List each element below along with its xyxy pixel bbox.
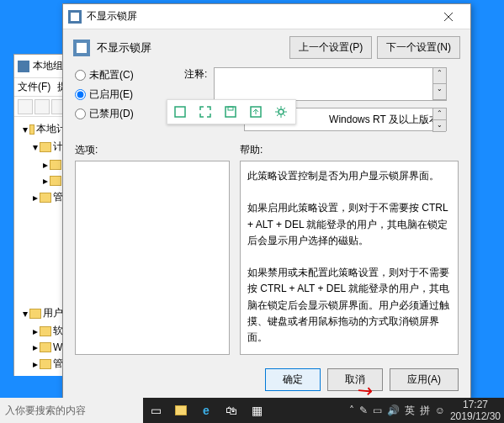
time: 17:27: [450, 399, 501, 410]
help-p2: 如果启用此策略设置，则对于不需要按 CTRL + ALT + DEL 就能登录的…: [247, 200, 451, 249]
radio-not-configured[interactable]: [75, 70, 86, 81]
dialog-title: 不显示锁屏: [87, 9, 427, 24]
gear-icon[interactable]: [268, 99, 294, 124]
radio-enabled-row[interactable]: 已启用(E): [63, 85, 172, 104]
app-icon[interactable]: ▦: [244, 398, 269, 423]
scroll-down-icon[interactable]: ⌄: [432, 84, 446, 100]
network-icon[interactable]: ▭: [373, 404, 382, 416]
screenshot-toolbar: [167, 99, 296, 124]
svg-rect-7: [225, 107, 236, 117]
platform-scrollbar[interactable]: ⌃ ⌄: [432, 108, 446, 132]
share-icon[interactable]: [243, 99, 268, 124]
close-icon[interactable]: [432, 5, 465, 29]
mmc-title-text: 本地组: [33, 59, 63, 73]
apply-button[interactable]: 应用(A): [390, 368, 459, 391]
dialog-app-icon: [68, 10, 82, 24]
dialog-footer: 确定 取消 应用(A): [63, 362, 470, 398]
svg-rect-5: [77, 43, 87, 53]
comment-scrollbar[interactable]: ⌃ ⌄: [432, 68, 446, 100]
svg-point-10: [279, 109, 284, 114]
task-view-icon[interactable]: ▭: [143, 398, 168, 423]
prev-setting-button[interactable]: 上一个设置(P): [289, 36, 372, 59]
svg-rect-6: [175, 107, 185, 117]
volume-icon[interactable]: 🔊: [387, 404, 400, 416]
save-icon[interactable]: [218, 99, 243, 124]
dialog-titlebar: 不显示锁屏: [63, 4, 470, 29]
pen-icon[interactable]: ✎: [359, 404, 368, 416]
comment-row: 注释: ⌃ ⌄: [172, 66, 459, 103]
taskbar: 入你要搜索的内容 ▭ e 🛍 ▦ ˄ ✎ ▭ 🔊 英 拼 ☺ 17:27 201…: [0, 398, 504, 423]
radio-disabled[interactable]: [75, 108, 86, 119]
radio-disabled-row[interactable]: 已禁用(D): [63, 104, 172, 124]
scroll-up-icon[interactable]: ⌃: [432, 108, 446, 120]
help-p3: 如果禁用或未配置此策略设置，则对于不需要按 CTRL + ALT + DEL 就…: [247, 265, 451, 346]
rect-icon[interactable]: [167, 99, 193, 124]
ime-face-icon[interactable]: ☺: [435, 404, 445, 416]
svg-rect-1: [71, 13, 79, 21]
cancel-button[interactable]: 取消: [327, 368, 383, 391]
edge-icon[interactable]: e: [194, 398, 219, 423]
ime-mode[interactable]: 拼: [420, 404, 430, 418]
ok-button[interactable]: 确定: [265, 368, 321, 391]
policy-name: 不显示锁屏: [97, 40, 151, 56]
search-placeholder: 入你要搜索的内容: [5, 404, 86, 418]
menu-file[interactable]: 文件(F): [18, 80, 50, 94]
toolbar-back-icon[interactable]: [18, 99, 33, 114]
comment-textbox[interactable]: ⌃ ⌄: [214, 67, 447, 101]
options-box[interactable]: [75, 161, 230, 355]
policy-dialog: 不显示锁屏 不显示锁屏 上一个设置(P) 下一个设置(N) 未配置(C) 已启用…: [62, 3, 471, 399]
help-box[interactable]: 此策略设置控制是否为用户显示锁屏界面。 如果启用此策略设置，则对于不需要按 CT…: [240, 161, 459, 355]
radio-not-configured-row[interactable]: 未配置(C): [63, 66, 172, 85]
mmc-icon: [18, 61, 29, 72]
comment-label: 注释:: [184, 67, 207, 101]
radio-enabled-label: 已启用(E): [89, 87, 133, 102]
help-p1: 此策略设置控制是否为用户显示锁屏界面。: [247, 168, 451, 184]
radio-not-configured-label: 未配置(C): [89, 68, 134, 82]
dialog-body: 选项: 帮助: 此策略设置控制是否为用户显示锁屏界面。 如果启用此策略设置，则对…: [63, 136, 470, 362]
clock[interactable]: 17:27 2019/12/30: [450, 399, 501, 423]
policy-icon: [73, 40, 90, 56]
radio-disabled-label: 已禁用(D): [89, 107, 134, 121]
store-icon[interactable]: 🛍: [219, 398, 244, 423]
ime-lang[interactable]: 英: [405, 404, 415, 418]
platform-value: Windows RT 及以上版本: [329, 113, 439, 127]
dialog-header: 不显示锁屏 上一个设置(P) 下一个设置(N): [63, 29, 470, 66]
tray-up-icon[interactable]: ˄: [349, 404, 354, 416]
options-label: 选项:: [75, 143, 230, 157]
radio-enabled[interactable]: [75, 89, 86, 100]
toolbar-fwd-icon[interactable]: [34, 99, 50, 114]
fullscreen-icon[interactable]: [193, 99, 218, 124]
scroll-up-icon[interactable]: ⌃: [432, 68, 446, 84]
system-tray: ˄ ✎ ▭ 🔊 英 拼 ☺ 17:27 2019/12/30: [349, 399, 504, 423]
date: 2019/12/30: [450, 410, 501, 422]
explorer-icon[interactable]: [168, 398, 194, 423]
next-setting-button[interactable]: 下一个设置(N): [377, 36, 460, 59]
search-input[interactable]: 入你要搜索的内容: [0, 398, 143, 423]
help-label: 帮助:: [240, 143, 459, 157]
scroll-down-icon[interactable]: ⌄: [432, 120, 446, 132]
